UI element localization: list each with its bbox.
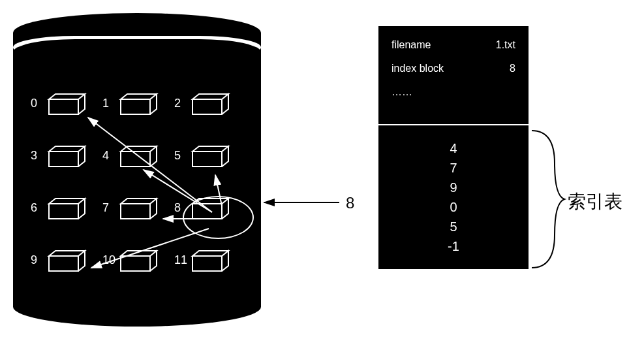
block-cube-icon: [117, 144, 153, 162]
brace-icon: [529, 127, 568, 271]
block-cube-icon: [189, 196, 225, 214]
block-cube-icon: [46, 144, 82, 162]
pointer-arrow-icon: [258, 193, 343, 212]
index-value: 9: [378, 178, 529, 197]
block-label: 2: [174, 97, 181, 110]
block-label: 3: [31, 149, 37, 163]
block-cube-icon: [189, 91, 225, 110]
index-table-label: 索引表: [568, 189, 622, 214]
block-cube-icon: [189, 248, 225, 266]
disk-block-1: 1: [104, 85, 176, 137]
filename-value: 1.txt: [496, 39, 515, 51]
disk-blocks-grid: 0 1 2 3 4: [33, 85, 248, 294]
pointer-label: 8: [346, 194, 354, 212]
disk-cylinder: 0 1 2 3 4: [13, 13, 261, 327]
index-block-value: 8: [510, 63, 515, 74]
disk-block-5: 5: [176, 137, 248, 189]
block-label: 1: [102, 97, 109, 110]
index-table-section: 4 7 9 0 5 -1: [378, 125, 529, 269]
disk-block-8: 8: [176, 189, 248, 242]
block-cube-icon: [46, 248, 82, 266]
file-info-panel: filename 1.txt index block 8 …… 4 7 9 0 …: [378, 26, 529, 269]
disk-block-6: 6: [33, 189, 104, 242]
disk-block-10: 10: [104, 242, 176, 294]
file-metadata-section: filename 1.txt index block 8 ……: [378, 26, 529, 125]
block-cube-icon: [117, 248, 153, 266]
index-block-key: index block: [391, 63, 444, 74]
block-cube-icon: [117, 91, 153, 110]
filename-key: filename: [391, 39, 431, 51]
block-label: 9: [31, 253, 37, 267]
ellipsis: ……: [391, 86, 515, 98]
disk-block-0: 0: [33, 85, 104, 137]
disk-block-2: 2: [176, 85, 248, 137]
block-cube-icon: [46, 91, 82, 110]
index-value: 5: [378, 217, 529, 236]
disk-block-11: 11: [176, 242, 248, 294]
block-label: 5: [174, 149, 181, 163]
block-label: 6: [31, 201, 37, 215]
block-cube-icon: [46, 196, 82, 214]
disk-block-4: 4: [104, 137, 176, 189]
block-label: 4: [102, 149, 109, 163]
disk-block-3: 3: [33, 137, 104, 189]
block-label: 0: [31, 97, 37, 110]
index-value: 0: [378, 197, 529, 217]
block-label: 7: [102, 201, 109, 215]
disk-block-9: 9: [33, 242, 104, 294]
index-value: 4: [378, 138, 529, 158]
disk-block-7: 7: [104, 189, 176, 242]
block-cube-icon: [117, 196, 153, 214]
block-cube-icon: [189, 144, 225, 162]
index-value: -1: [378, 236, 529, 256]
index-value: 7: [378, 158, 529, 178]
block-label: 11: [174, 253, 187, 267]
block-label: 8: [174, 201, 181, 215]
block-label: 10: [102, 253, 115, 267]
